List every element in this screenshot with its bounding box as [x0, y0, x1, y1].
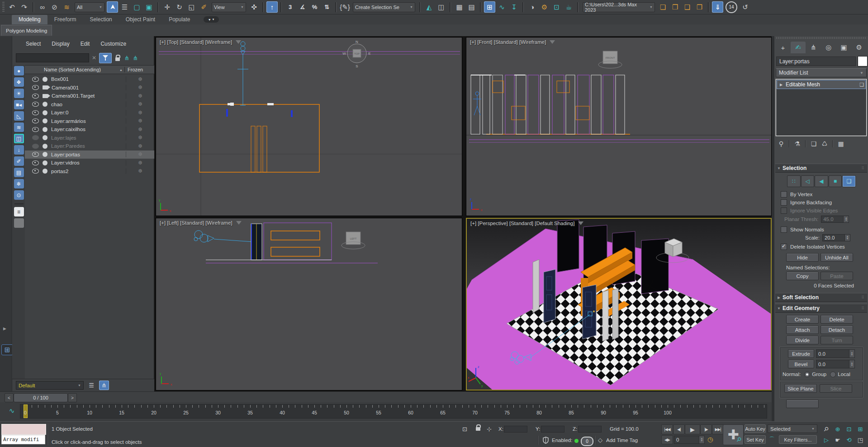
frozen-toggle-icon[interactable]: ❆: [126, 143, 154, 149]
polygon-subobject-button[interactable]: ■: [829, 175, 842, 187]
explorer-row[interactable]: Camera001❆: [25, 84, 154, 92]
delete-button[interactable]: Delete: [821, 315, 853, 324]
asset-list-icon[interactable]: ❑: [682, 1, 693, 13]
mini-curve-editor-icon[interactable]: ∿: [5, 406, 18, 416]
explorer-menu-display[interactable]: Display: [52, 41, 69, 47]
explorer-row[interactable]: Box001❆: [25, 75, 154, 84]
planar-thresh-spinner[interactable]: 45.0 ▲▼: [821, 216, 849, 223]
visibility-eye-icon[interactable]: [32, 77, 39, 82]
bind-to-space-warp-icon[interactable]: ≋: [61, 1, 72, 13]
explorer-row[interactable]: Layer:caixilhos❆: [25, 125, 154, 134]
configure-modifier-sets-icon[interactable]: ▦: [835, 140, 846, 147]
undo-history-icon[interactable]: ↺: [740, 1, 751, 13]
play-button[interactable]: ▶: [685, 424, 700, 434]
name-column-header[interactable]: Name (Sorted Ascending): [25, 67, 119, 72]
search-input[interactable]: [16, 53, 89, 62]
selection-lock-icon[interactable]: [476, 427, 480, 431]
frozen-toggle-icon[interactable]: ❆: [126, 110, 154, 116]
ribbon-tab-modeling[interactable]: Modeling: [12, 15, 47, 24]
modifier-stack[interactable]: ▶ Editable Mesh ❑: [776, 79, 867, 136]
maxscript-mini-listener[interactable]: Array modifi: [1, 435, 45, 444]
ribbon-config-dropdown[interactable]: ▼▾: [204, 16, 219, 23]
particles-filter-icon[interactable]: ❄: [14, 179, 24, 188]
select-and-rotate-icon[interactable]: ↻: [174, 1, 185, 13]
visibility-eye-icon[interactable]: [32, 144, 39, 149]
edge-subobject-button[interactable]: ◁: [801, 175, 815, 187]
key-filters-button[interactable]: Key Filters...: [779, 435, 817, 444]
frozen-column-header[interactable]: Frozen: [124, 67, 154, 72]
explorer-row[interactable]: Layer:portas❆: [25, 151, 154, 159]
helpers-filter-icon[interactable]: ◺: [14, 111, 24, 121]
mxs-count-badge[interactable]: 0: [581, 437, 593, 446]
explorer-row[interactable]: Layer:armários❆: [25, 117, 154, 126]
default-tangent-icon[interactable]: ⌒: [769, 436, 775, 444]
geometry-filter-icon[interactable]: ●: [14, 66, 24, 75]
motion-tab-icon[interactable]: ◎: [821, 42, 836, 53]
x-coord-input[interactable]: [504, 426, 527, 433]
normal-group-radio[interactable]: [804, 372, 810, 377]
viewport-filter-icon[interactable]: [236, 40, 241, 44]
detach-button[interactable]: Detach: [821, 325, 853, 334]
asset-new-icon[interactable]: ❐: [669, 1, 681, 13]
bevel-spinner[interactable]: 0.0 ▲▼: [816, 360, 855, 368]
select-and-link-icon[interactable]: ∞: [37, 1, 48, 13]
project-folder-dropdown[interactable]: C:\Users\202...3ds Max 2023▼: [583, 2, 655, 12]
rendered-frame-window-icon[interactable]: ⊡: [551, 1, 562, 13]
zoom-extents-icon[interactable]: ⊡: [844, 424, 854, 433]
reference-coordinate-system-dropdown[interactable]: View▼: [212, 2, 246, 12]
visibility-eye-icon[interactable]: [32, 160, 39, 165]
mirror-icon[interactable]: ◭: [423, 1, 435, 13]
dope-sheet-icon[interactable]: ↧: [508, 1, 520, 13]
viewport-filter-icon[interactable]: [550, 40, 555, 44]
top-viewport-canvas[interactable]: TOP N W E S x y: [156, 38, 462, 216]
left-viewport-canvas[interactable]: LEFT x y: [156, 218, 462, 390]
asset-share-icon[interactable]: ❒: [694, 1, 705, 13]
previous-frame-button[interactable]: ◀|: [673, 424, 685, 434]
bones-filter-icon[interactable]: ✐: [14, 156, 24, 166]
viewport-layout-tabs-button[interactable]: ⊞: [1, 344, 13, 355]
cameras-filter-icon[interactable]: ■◂: [14, 100, 24, 109]
remove-modifier-icon[interactable]: ♺: [819, 140, 830, 147]
spinner-snap-icon[interactable]: ⇅: [321, 1, 332, 13]
ignore-visible-edges-checkbox[interactable]: [781, 207, 787, 214]
copy-button[interactable]: Copy: [786, 272, 819, 280]
front-viewport-label[interactable]: [+] [Front] [Standard] [Wireframe]: [470, 39, 555, 45]
set-key-button[interactable]: Set Key: [745, 435, 766, 444]
version-badge[interactable]: 14: [726, 1, 737, 13]
undo-icon[interactable]: ↶: [6, 1, 18, 13]
visibility-eye-icon[interactable]: [32, 110, 39, 115]
explorer-row[interactable]: chao❆: [25, 100, 154, 109]
explorer-row[interactable]: Camera001.Target❆: [25, 92, 154, 100]
edit-geometry-rollout-header[interactable]: ▼ Edit Geometry ⠿: [775, 304, 867, 313]
spinner-arrows-icon[interactable]: ▲▼: [849, 360, 854, 368]
time-slider-handle[interactable]: 0 / 100: [14, 393, 68, 402]
go-to-end-button[interactable]: ▶▶|: [712, 424, 724, 434]
hierarchy-tab-icon[interactable]: ⋔: [806, 42, 821, 53]
paste-button[interactable]: Paste: [821, 272, 853, 280]
redo-icon[interactable]: ↷: [19, 1, 30, 13]
frames-filter-icon[interactable]: ▤: [14, 168, 24, 177]
snaps-toggle-icon[interactable]: 3: [285, 1, 296, 13]
explorer-preset-dropdown[interactable]: Default ▼: [16, 381, 84, 390]
viewport-filter-icon[interactable]: [236, 221, 242, 225]
turn-button[interactable]: Turn: [821, 336, 853, 344]
space-warps-filter-icon[interactable]: ≋: [14, 122, 24, 132]
viewport-filter-icon[interactable]: [578, 221, 583, 225]
rectangular-selection-region-icon[interactable]: ▢: [131, 1, 142, 13]
pin-stack-icon[interactable]: ⚲: [776, 140, 787, 147]
orbit-view-icon[interactable]: ⟲: [844, 435, 854, 444]
visibility-eye-icon[interactable]: [32, 127, 39, 132]
field-of-view-icon[interactable]: ▷: [821, 435, 831, 444]
unhide-all-button[interactable]: Unhide All: [821, 253, 853, 262]
white-slab[interactable]: [533, 259, 539, 313]
xref-filter-icon[interactable]: ◫: [14, 134, 24, 143]
toggle-layer-explorer-icon[interactable]: ▤: [466, 1, 477, 13]
select-and-manipulate-icon[interactable]: ✜: [248, 1, 260, 13]
toolbar-drag-grip[interactable]: [2, 2, 5, 13]
schematic-view-icon[interactable]: ⋔: [99, 381, 109, 390]
partial-button[interactable]: [786, 400, 819, 408]
navy-door-1[interactable]: [544, 269, 555, 323]
perspective-viewport-label[interactable]: [+] [Perspective] [Standard] [Default Sh…: [470, 221, 583, 226]
visibility-eye-icon[interactable]: [32, 135, 39, 140]
shield-icon[interactable]: [543, 437, 549, 444]
